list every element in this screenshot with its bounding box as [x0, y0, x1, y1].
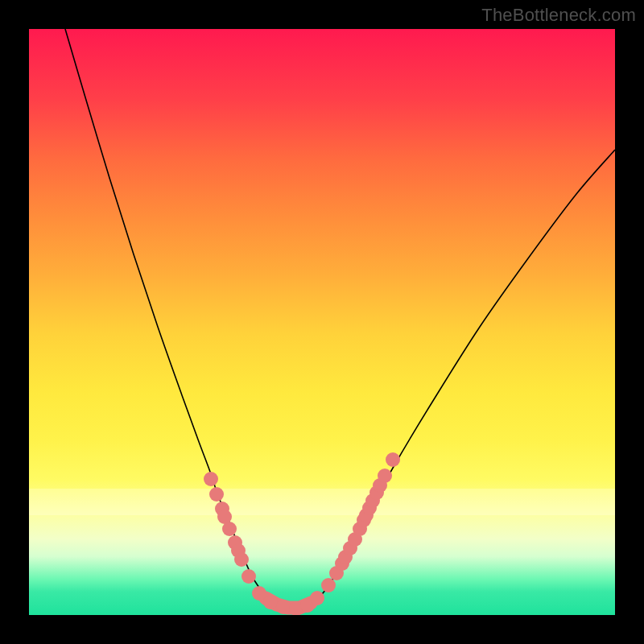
data-marker	[222, 522, 237, 536]
data-marker	[209, 487, 224, 502]
bottleneck-curve	[65, 29, 615, 609]
plot-area	[29, 29, 615, 615]
chart-frame: TheBottleneck.com	[0, 0, 644, 644]
data-marker	[242, 569, 256, 584]
chart-svg	[29, 29, 615, 615]
marker-group	[204, 452, 400, 615]
data-marker	[378, 469, 392, 483]
data-marker	[321, 578, 336, 592]
data-marker	[310, 591, 324, 605]
data-marker	[252, 586, 266, 601]
data-marker	[204, 472, 218, 486]
watermark-text: TheBottleneck.com	[481, 5, 636, 26]
data-marker	[234, 552, 249, 567]
data-marker	[386, 452, 400, 467]
data-marker	[263, 595, 278, 609]
data-marker	[276, 600, 291, 614]
